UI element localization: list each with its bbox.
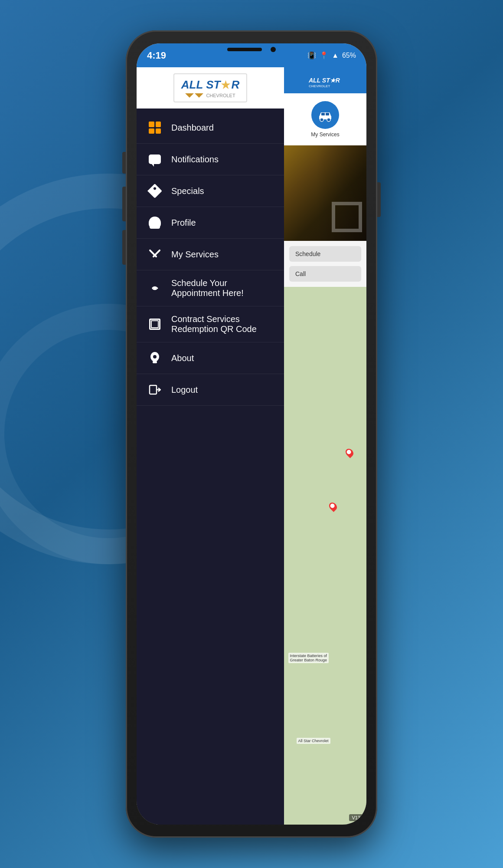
svg-rect-11 — [321, 113, 325, 115]
status-bar: 4:19 📳 📍 ▲ 65% — [137, 43, 366, 67]
app-container: ALL ST★R ALL ST ★ R — [137, 67, 366, 825]
my-services-circle-icon[interactable] — [311, 101, 339, 129]
my-services-icon — [147, 247, 163, 262]
logout-svg — [149, 384, 161, 396]
profile-icon — [147, 215, 163, 230]
bulb-icon — [149, 352, 160, 365]
volume-up-button — [122, 152, 126, 174]
version-badge: V13 — [349, 814, 363, 821]
logo-tagline: CHEVROLET — [206, 93, 235, 98]
phone-frame: 4:19 📳 📍 ▲ 65% ALL ST★R — [126, 30, 377, 838]
tools-icon — [149, 248, 161, 260]
menu-label-contract-qr: Contract Services Redemption QR Code — [171, 314, 274, 334]
status-time: 4:19 — [147, 50, 166, 61]
drawer-menu: Dashboard Notifications Sp — [137, 108, 284, 825]
menu-item-logout[interactable]: Logout — [137, 374, 284, 406]
allstar-logo-svg: ALL ST★R CHEVROLET — [308, 73, 343, 88]
dashboard-icon — [147, 120, 163, 135]
menu-item-notifications[interactable]: Notifications — [137, 144, 284, 175]
svg-text:ALL ST★R: ALL ST★R — [308, 77, 340, 84]
qr-code-icon — [147, 316, 163, 332]
menu-label-my-services: My Services — [171, 250, 219, 260]
menu-label-about: About — [171, 353, 194, 363]
logo-box: ALL ST ★ R CHEVROLET — [173, 73, 247, 102]
map-label-1: Interstate Batteries ofGreater Baton Rou… — [288, 653, 329, 663]
notch — [219, 43, 284, 56]
menu-item-my-services[interactable]: My Services — [137, 239, 284, 270]
right-panel-header: ALL ST★R CHEVROLET — [284, 67, 366, 93]
svg-rect-2 — [153, 361, 157, 363]
menu-label-profile: Profile — [171, 218, 196, 228]
silent-switch — [122, 230, 126, 265]
logo-all: ALL ST — [181, 78, 221, 92]
navigation-drawer: ALL ST ★ R CHEVROLET — [137, 67, 284, 825]
schedule-action-btn[interactable]: Schedule — [289, 246, 361, 262]
menu-label-dashboard: Dashboard — [171, 123, 214, 133]
helmet-icon — [149, 217, 161, 229]
camera — [271, 47, 276, 52]
menu-label-schedule: Schedule Your Appointment Here! — [171, 278, 274, 298]
map-area[interactable]: Interstate Batteries ofGreater Baton Rou… — [284, 287, 366, 825]
right-actions-panel: Schedule Call — [284, 241, 366, 287]
menu-item-profile[interactable]: Profile — [137, 207, 284, 239]
logout-icon — [147, 382, 163, 398]
drawer-logo-area: ALL ST ★ R CHEVROLET — [137, 67, 284, 108]
chat-icon — [149, 155, 161, 164]
location-icon: 📍 — [320, 51, 328, 59]
svg-point-10 — [327, 118, 330, 122]
menu-item-dashboard[interactable]: Dashboard — [137, 112, 284, 144]
right-panel: ALL ST★R CHEVROLET — [284, 67, 366, 825]
my-services-label: My Services — [311, 132, 339, 138]
speaker — [227, 48, 262, 51]
call-action-btn[interactable]: Call — [289, 266, 361, 282]
about-icon — [147, 350, 163, 366]
svg-point-0 — [154, 287, 156, 289]
car-interior-image — [284, 145, 366, 241]
map-label-2: All Star Chevrolet — [297, 738, 330, 744]
car-icon — [317, 107, 333, 123]
specials-icon — [147, 183, 163, 199]
menu-label-specials: Specials — [171, 186, 204, 196]
status-icons: 📳 📍 ▲ 65% — [307, 51, 356, 59]
menu-label-logout: Logout — [171, 385, 198, 395]
svg-point-3 — [153, 355, 157, 358]
logo-star-icon: ★ — [220, 78, 231, 92]
svg-rect-12 — [326, 113, 329, 115]
volume-down-button — [122, 187, 126, 221]
notifications-icon — [147, 151, 163, 167]
schedule-icon — [147, 280, 163, 296]
header-logo: ALL ST★R CHEVROLET — [308, 73, 343, 88]
menu-label-notifications: Notifications — [171, 155, 219, 164]
power-button — [377, 182, 381, 217]
qr-icon — [149, 319, 160, 330]
svg-text:CHEVROLET: CHEVROLET — [309, 84, 330, 88]
right-icon-area: My Services — [284, 93, 366, 145]
vibrate-icon: 📳 — [307, 51, 316, 59]
menu-item-about[interactable]: About — [137, 342, 284, 374]
logo-r: R — [231, 78, 239, 92]
map-pin-1 — [327, 501, 338, 512]
wifi-icon: ▲ — [332, 52, 339, 59]
map-pin-2 — [344, 447, 355, 458]
menu-item-contract-qr[interactable]: Contract Services Redemption QR Code — [137, 306, 284, 342]
menu-item-specials[interactable]: Specials — [137, 175, 284, 207]
menu-item-schedule[interactable]: Schedule Your Appointment Here! — [137, 270, 284, 306]
svg-rect-4 — [150, 385, 157, 394]
svg-point-9 — [320, 118, 323, 122]
battery-icon: 65% — [342, 52, 356, 59]
tag-icon — [147, 184, 162, 198]
car-interior-bg — [284, 145, 366, 241]
phone-screen: 4:19 📳 📍 ▲ 65% ALL ST★R — [137, 43, 366, 825]
